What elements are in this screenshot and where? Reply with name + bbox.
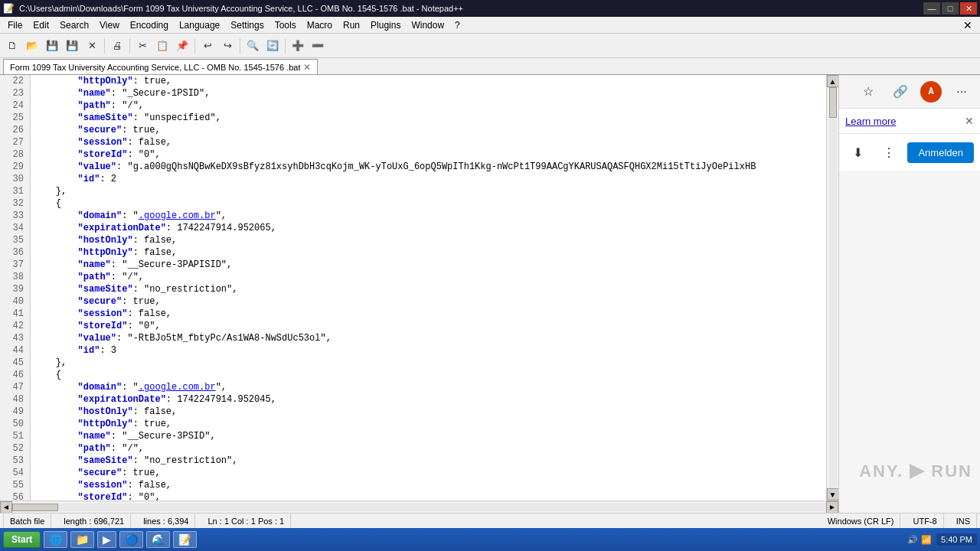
json-key: "storeId" [78, 149, 128, 160]
undo-button[interactable]: ↩ [198, 37, 217, 55]
close-icon: ✕ [88, 40, 96, 51]
hscroll-thumb[interactable] [12, 504, 58, 511]
menu-search[interactable]: Search [55, 18, 93, 32]
code-area[interactable]: "httpOnly": true, "name": "_Secure-1PSID… [31, 75, 826, 500]
menu-macro[interactable]: Macro [302, 18, 337, 32]
line-number: 27 [3, 136, 24, 148]
copy-icon: 📋 [156, 40, 168, 51]
zoom-in-icon: ➕ [292, 40, 304, 51]
undo-icon: ↩ [204, 40, 212, 51]
menu-tools[interactable]: Tools [270, 18, 301, 32]
vertical-scrollbar[interactable]: ▲ ▼ [826, 75, 838, 500]
code-line: "storeId": "0", [34, 320, 823, 332]
vscroll-thumb[interactable] [829, 87, 837, 118]
json-key: "secure" [78, 296, 122, 307]
rp-dismiss-button[interactable]: ✕ [965, 115, 974, 127]
code-line: "domain": ".google.com.br", [34, 210, 823, 222]
copy-button[interactable]: 📋 [153, 37, 172, 55]
more-options-button[interactable]: ··· [949, 80, 974, 104]
menu-language[interactable]: Language [175, 18, 224, 32]
tab-close-button[interactable]: ✕ [303, 62, 311, 73]
json-key: "httpOnly" [78, 419, 133, 429]
vscroll-track[interactable] [829, 87, 837, 488]
scroll-left-button[interactable]: ◄ [0, 501, 12, 514]
cut-button[interactable]: ✂ [133, 37, 152, 55]
menu-run[interactable]: Run [338, 18, 364, 32]
find-button[interactable]: 🔍 [243, 37, 262, 55]
rp-top-bar: ☆ 🔗 A ··· [839, 75, 980, 109]
line-number: 43 [3, 332, 24, 344]
menu-view[interactable]: View [95, 18, 124, 32]
scroll-right-button[interactable]: ► [826, 501, 838, 514]
taskbar-chrome-button[interactable]: 🔵 [119, 531, 143, 548]
json-key: "name" [78, 259, 111, 270]
code-line: { [34, 369, 823, 381]
learn-more-link[interactable]: Learn more [845, 116, 896, 127]
domain-link[interactable]: .google.com.br [139, 382, 216, 393]
line-number: 34 [3, 222, 24, 234]
line-number: 46 [3, 369, 24, 381]
scroll-down-button[interactable]: ▼ [827, 488, 839, 500]
replace-button[interactable]: 🔄 [263, 37, 282, 55]
file-tab[interactable]: Form 1099 Tax University Accounting Serv… [3, 59, 318, 74]
close-button[interactable]: ✕ [83, 37, 101, 55]
minimize-button[interactable]: — [923, 2, 940, 15]
taskbar: Start 🌐 📁 ▶ 🔵 🌊 📝 🔊 📶 5:40 PM [0, 528, 980, 551]
line-number: 33 [3, 210, 24, 222]
save-button[interactable]: 💾 [43, 37, 61, 55]
favorites-icon-button[interactable]: ☆ [856, 80, 880, 104]
right-panel: ☆ 🔗 A ··· Learn more ✕ ⬇ ⋮ Anmelden ANY.… [838, 75, 980, 513]
menu-plugins[interactable]: Plugins [366, 18, 405, 32]
main-area: 2223242526272829303132333435363738394041… [0, 75, 980, 513]
paste-button[interactable]: 📌 [173, 37, 191, 55]
redo-button[interactable]: ↪ [218, 37, 237, 55]
menu-encoding[interactable]: Encoding [126, 18, 173, 32]
domain-link[interactable]: .google.com.br [139, 210, 216, 221]
notepadpp-close-button[interactable]: ✕ [959, 18, 977, 33]
code-line: "path": "/", [34, 442, 823, 455]
menu-window[interactable]: Window [407, 18, 449, 32]
taskbar-folder-button[interactable]: 📁 [70, 531, 94, 548]
taskbar-notepad-button[interactable]: 📝 [173, 531, 197, 548]
code-line: "httpOnly": true, [34, 418, 823, 430]
start-button[interactable]: Start [3, 531, 41, 548]
menu-settings[interactable]: Settings [226, 18, 268, 32]
taskbar-media-button[interactable]: ▶ [97, 531, 116, 548]
hscroll-track[interactable] [12, 504, 826, 511]
menu-help[interactable]: ? [450, 18, 465, 32]
editor-content[interactable]: 2223242526272829303132333435363738394041… [0, 75, 838, 500]
line-number: 54 [3, 467, 24, 479]
maximize-button[interactable]: □ [942, 2, 959, 15]
play-icon [906, 461, 928, 482]
system-tray: 🔊 📶 [907, 535, 932, 545]
save-all-button[interactable]: 💾 [63, 37, 81, 55]
taskbar-right: 🔊 📶 5:40 PM [907, 533, 977, 546]
zoom-out-button[interactable]: ➖ [309, 37, 327, 55]
print-button[interactable]: 🖨 [108, 37, 126, 55]
scroll-up-button[interactable]: ▲ [827, 75, 839, 87]
media-icon: ▶ [103, 533, 111, 546]
json-key: "sameSite" [78, 455, 133, 466]
json-key: "httpOnly" [78, 247, 133, 258]
rp-download-button[interactable]: ⬇ [845, 140, 870, 165]
rp-more-button[interactable]: ⋮ [877, 140, 901, 165]
close-button[interactable]: ✕ [960, 2, 977, 15]
line-number: 26 [3, 124, 24, 136]
code-line: "session": false, [34, 479, 823, 491]
line-number: 55 [3, 479, 24, 491]
clock[interactable]: 5:40 PM [936, 533, 977, 546]
open-file-button[interactable]: 📂 [23, 37, 41, 55]
horizontal-scrollbar[interactable]: ◄ ► [0, 500, 838, 513]
json-key: "id" [78, 174, 100, 184]
menu-edit[interactable]: Edit [28, 18, 54, 32]
copy-link-button[interactable]: 🔗 [888, 80, 913, 104]
sign-in-area: ⬇ ⋮ Anmelden [839, 134, 980, 171]
anyrun-text-any: ANY. [859, 461, 903, 481]
new-file-button[interactable]: 🗋 [3, 37, 21, 55]
taskbar-edge-button[interactable]: 🌊 [146, 531, 170, 548]
zoom-in-button[interactable]: ➕ [289, 37, 307, 55]
json-key: "secure" [78, 468, 122, 478]
menu-file[interactable]: File [3, 18, 27, 32]
taskbar-ie-button[interactable]: 🌐 [44, 531, 67, 548]
sign-in-button[interactable]: Anmelden [907, 142, 974, 163]
